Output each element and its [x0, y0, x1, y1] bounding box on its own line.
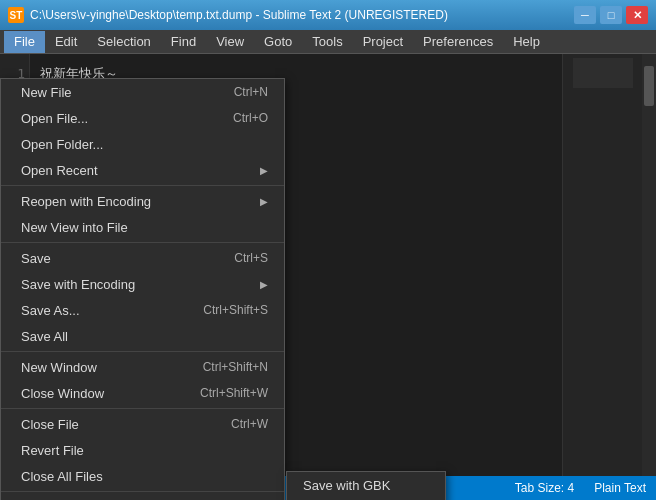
menu-preferences[interactable]: Preferences	[413, 31, 503, 53]
menu-close-window[interactable]: Close Window Ctrl+Shift+W	[1, 380, 284, 406]
separator-2	[1, 242, 284, 243]
menu-new-view[interactable]: New View into File	[1, 214, 284, 240]
minimize-button[interactable]: ─	[574, 6, 596, 24]
app-icon: ST	[8, 7, 24, 23]
tab-size: Tab Size: 4	[515, 481, 574, 495]
menu-revert-file[interactable]: Revert File	[1, 437, 284, 463]
gbk-submenu: Save with GBK Save with UTF8	[286, 471, 446, 500]
syntax-mode: Plain Text	[594, 481, 646, 495]
save-gbk[interactable]: Save with GBK	[287, 472, 445, 498]
menu-exit[interactable]: Exit	[1, 494, 284, 500]
menu-project[interactable]: Project	[353, 31, 413, 53]
maximize-button[interactable]: □	[600, 6, 622, 24]
scrollbar-thumb[interactable]	[644, 66, 654, 106]
menu-save-as[interactable]: Save As... Ctrl+Shift+S	[1, 297, 284, 323]
separator-3	[1, 351, 284, 352]
main-area: 1 2 3 4 5 祝新年快乐～ 了。 吧～ 了 New File Ctrl+N…	[0, 54, 656, 476]
menu-save-encoding[interactable]: Save with Encoding ▶	[1, 271, 284, 297]
menu-find[interactable]: Find	[161, 31, 206, 53]
menu-tools[interactable]: Tools	[302, 31, 352, 53]
menu-open-folder[interactable]: Open Folder...	[1, 131, 284, 157]
title-bar: ST C:\Users\v-yinghe\Desktop\temp.txt.du…	[0, 0, 656, 30]
minimap	[562, 54, 642, 476]
menu-selection[interactable]: Selection	[87, 31, 160, 53]
menu-view[interactable]: View	[206, 31, 254, 53]
menu-save-all[interactable]: Save All	[1, 323, 284, 349]
separator-1	[1, 185, 284, 186]
title-text: C:\Users\v-yinghe\Desktop\temp.txt.dump …	[30, 8, 448, 22]
menu-open-file[interactable]: Open File... Ctrl+O	[1, 105, 284, 131]
separator-5	[1, 491, 284, 492]
separator-4	[1, 408, 284, 409]
close-button[interactable]: ✕	[626, 6, 648, 24]
menu-reopen-encoding[interactable]: Reopen with Encoding ▶	[1, 188, 284, 214]
menu-close-file[interactable]: Close File Ctrl+W	[1, 411, 284, 437]
menu-edit[interactable]: Edit	[45, 31, 87, 53]
file-menu-dropdown: New File Ctrl+N Open File... Ctrl+O Open…	[0, 78, 285, 500]
menu-file[interactable]: File	[4, 31, 45, 53]
menu-goto[interactable]: Goto	[254, 31, 302, 53]
menu-new-file[interactable]: New File Ctrl+N	[1, 79, 284, 105]
menu-help[interactable]: Help	[503, 31, 550, 53]
menu-save[interactable]: Save Ctrl+S	[1, 245, 284, 271]
vertical-scrollbar[interactable]	[642, 54, 656, 476]
menu-bar: File Edit Selection Find View Goto Tools…	[0, 30, 656, 54]
menu-close-all[interactable]: Close All Files	[1, 463, 284, 489]
minimap-content	[573, 58, 633, 88]
menu-open-recent[interactable]: Open Recent ▶	[1, 157, 284, 183]
menu-new-window[interactable]: New Window Ctrl+Shift+N	[1, 354, 284, 380]
